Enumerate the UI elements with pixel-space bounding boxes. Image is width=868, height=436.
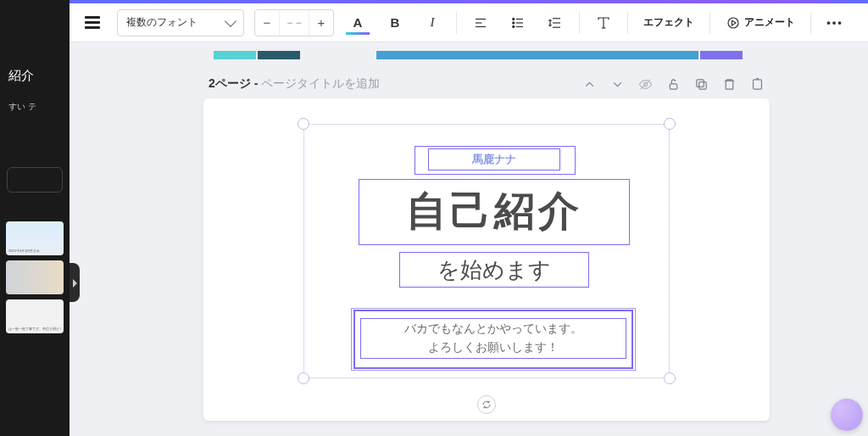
animate-button[interactable]: アニメート <box>721 9 800 36</box>
resize-handle-br[interactable] <box>664 372 676 384</box>
font-family-label: 複数のフォント <box>126 15 198 30</box>
slide-page[interactable]: 馬鹿ナナ 自己紹介 を始めます バカでもなんとかやっています。 よろしくお願いし… <box>203 98 770 421</box>
list-icon <box>510 15 526 31</box>
left-sidebar: 紹介 すい テ 2015年4月1日生まれ は一枚一枚丁寧です。単位を明けて、今も… <box>0 0 70 436</box>
help-button[interactable] <box>831 399 863 431</box>
delete-icon[interactable] <box>722 77 737 92</box>
align-icon <box>473 15 488 31</box>
font-size-value[interactable]: − − <box>279 10 309 36</box>
visibility-icon[interactable] <box>638 77 653 92</box>
page-number: 2ページ <box>209 76 251 90</box>
menu-button[interactable] <box>78 9 107 36</box>
name-textbox[interactable]: 馬鹿ナナ <box>428 148 560 170</box>
chevron-down-icon <box>225 15 236 27</box>
svg-rect-20 <box>726 81 733 89</box>
subheading-textbox[interactable]: を始めます <box>399 252 589 288</box>
add-page-icon[interactable] <box>750 77 765 92</box>
effects-button[interactable]: エフェクト <box>638 9 699 36</box>
list-button[interactable] <box>504 9 531 36</box>
selection-group[interactable]: 馬鹿ナナ 自己紹介 を始めます バカでもなんとかやっています。 よろしくお願いし… <box>303 124 670 378</box>
page-title-hint: ページタイトルを追加 <box>261 76 380 90</box>
font-size-group: − − − + <box>254 9 334 36</box>
svg-point-7 <box>513 25 515 27</box>
spacing-button[interactable] <box>542 9 569 36</box>
separator <box>709 12 710 34</box>
more-button[interactable]: ••• <box>821 9 849 36</box>
separator <box>456 12 457 34</box>
move-up-icon[interactable] <box>582 77 597 92</box>
lock-icon[interactable] <box>666 77 681 92</box>
template-thumb-1[interactable]: 2015年4月1日生まれ <box>6 221 64 255</box>
text-tool-button[interactable] <box>590 9 617 36</box>
spacing-icon <box>548 15 563 31</box>
sidebar-expand-tab[interactable] <box>70 263 80 302</box>
duplicate-icon[interactable] <box>694 77 709 92</box>
italic-button[interactable]: I <box>419 9 446 36</box>
sidebar-title-fragment: 紹介 <box>5 68 64 84</box>
template-thumb-2[interactable] <box>6 260 64 294</box>
bold-button[interactable]: B <box>381 9 409 36</box>
page-ribbons <box>203 51 770 59</box>
refresh-icon <box>481 400 492 410</box>
heading-textbox[interactable]: 自己紹介 <box>359 179 630 245</box>
font-size-increase[interactable]: + <box>309 15 333 30</box>
resize-handle-tl[interactable] <box>298 118 309 130</box>
font-size-decrease[interactable]: − <box>255 15 279 30</box>
resize-handle-tr[interactable] <box>664 118 676 130</box>
sidebar-desc-fragment: すい テ <box>5 101 64 113</box>
svg-point-14 <box>728 18 738 28</box>
svg-rect-19 <box>697 79 704 87</box>
separator <box>579 12 580 34</box>
animate-icon <box>726 15 741 31</box>
svg-rect-21 <box>754 79 762 88</box>
canvas-area[interactable]: 2ページ - ページタイトルを追加 <box>70 42 868 436</box>
move-down-icon[interactable] <box>610 77 625 92</box>
font-family-select[interactable]: 複数のフォント <box>117 9 244 36</box>
refresh-button[interactable] <box>477 395 496 414</box>
page-title-area[interactable]: 2ページ - ページタイトルを追加 <box>209 76 380 92</box>
separator <box>810 12 811 34</box>
toolbar: 複数のフォント − − − + A B I <box>70 3 868 42</box>
resize-handle-bl[interactable] <box>298 372 309 384</box>
template-thumb-3[interactable]: は一枚一枚丁寧です。単位を明けて、今もよく。おはし・続けています。 <box>6 299 64 333</box>
page-tools <box>582 77 765 92</box>
align-button[interactable] <box>467 9 494 36</box>
separator <box>627 12 628 34</box>
svg-rect-17 <box>670 83 677 88</box>
svg-point-5 <box>513 21 515 23</box>
svg-point-3 <box>513 18 515 20</box>
sidebar-search-input[interactable] <box>7 167 63 193</box>
main-area: 複数のフォント − − − + A B I <box>70 0 868 436</box>
text-tool-icon <box>596 15 611 31</box>
paragraph-textbox[interactable]: バカでもなんとかやっています。 よろしくお願いします！ <box>360 318 626 359</box>
text-color-button[interactable]: A <box>344 9 371 36</box>
svg-rect-18 <box>699 81 707 89</box>
